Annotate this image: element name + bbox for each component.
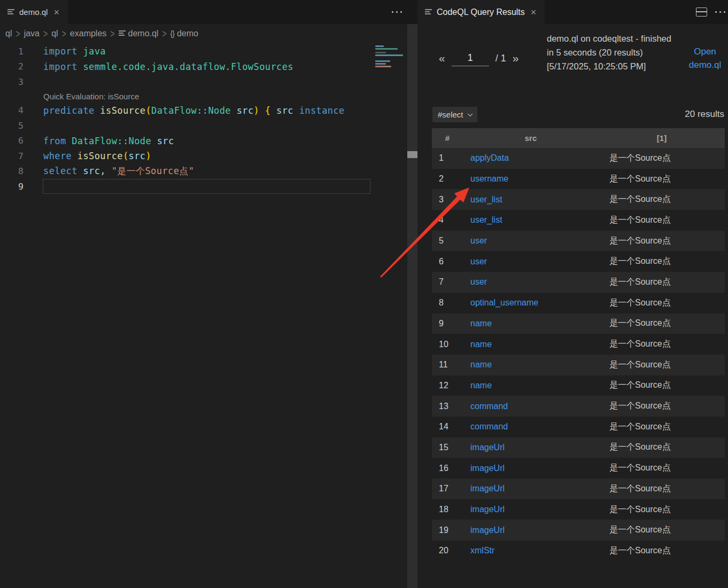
table-row[interactable]: 15imageUrl是一个Source点 — [432, 437, 725, 458]
editor-scrollbar[interactable] — [407, 24, 417, 588]
line-number: 8 — [0, 166, 24, 176]
code-token: instance — [299, 105, 345, 116]
code-line[interactable]: 1import java — [0, 44, 371, 59]
src-link[interactable]: user — [463, 277, 599, 287]
codelens-quick-evaluation[interactable]: Quick Evaluation: isSource — [0, 90, 371, 103]
code-text: where isSource(src) — [43, 151, 151, 161]
code-text: import semmle.code.java.dataflow.FlowSou… — [43, 61, 293, 72]
scrollbar-thumb[interactable] — [407, 151, 417, 158]
table-row[interactable]: 8optinal_username是一个Source点 — [432, 293, 725, 313]
code-token: predicate — [43, 105, 95, 116]
page-number-input[interactable] — [452, 50, 489, 66]
table-row[interactable]: 12name是一个Source点 — [432, 375, 725, 396]
split-editor-icon[interactable] — [696, 7, 707, 17]
code-token — [270, 105, 276, 116]
code-token: ) — [145, 151, 151, 161]
tab-label: CodeQL Query Results — [437, 7, 525, 17]
panel-more-actions-icon[interactable] — [715, 11, 725, 13]
table-row[interactable]: 4user_list是一个Source点 — [432, 210, 725, 231]
breadcrumb-item-ql[interactable]: ql — [5, 29, 12, 38]
src-link[interactable]: name — [463, 319, 599, 328]
table-row[interactable]: 16imageUrl是一个Source点 — [432, 458, 725, 479]
breadcrumb-item-demo.ql[interactable]: demo.ql — [119, 29, 159, 38]
table-row[interactable]: 10name是一个Source点 — [432, 334, 725, 355]
src-link[interactable]: name — [463, 381, 599, 390]
table-row[interactable]: 5user是一个Source点 — [432, 231, 725, 252]
src-link[interactable]: imageUrl — [463, 443, 599, 452]
src-link[interactable]: applyData — [463, 153, 599, 163]
src-link[interactable]: user_list — [463, 215, 599, 225]
code-token — [231, 105, 237, 116]
code-lines[interactable]: 1import java2import semmle.code.java.dat… — [0, 44, 371, 194]
src-link[interactable]: user — [463, 236, 599, 246]
breadcrumb-separator: > — [162, 27, 166, 39]
src-link[interactable]: user_list — [463, 195, 599, 205]
breadcrumb-item-java[interactable]: java — [24, 29, 40, 38]
code-line[interactable]: 2import semmle.code.java.dataflow.FlowSo… — [0, 59, 371, 75]
src-link[interactable]: imageUrl — [463, 526, 599, 535]
row-index: 8 — [432, 298, 463, 308]
result-message: 是一个Source点 — [599, 483, 725, 495]
src-link[interactable]: imageUrl — [463, 505, 599, 514]
src-link[interactable]: command — [463, 422, 599, 432]
src-link[interactable]: username — [463, 174, 599, 184]
open-demo-ql-link[interactable]: Open demo.ql — [683, 45, 727, 72]
select-dropdown[interactable]: #select — [432, 107, 477, 122]
editor-more-actions-icon[interactable] — [392, 11, 402, 13]
table-row[interactable]: 9name是一个Source点 — [432, 313, 725, 334]
src-link[interactable]: command — [463, 402, 599, 411]
select-dropdown-label: #select — [438, 110, 463, 119]
table-row[interactable]: 19imageUrl是一个Source点 — [432, 520, 725, 540]
breadcrumb-item-demo[interactable]: {}demo — [171, 29, 198, 38]
src-link[interactable]: imageUrl — [463, 464, 599, 473]
breadcrumb-separator: > — [62, 27, 66, 39]
row-index: 10 — [432, 340, 463, 349]
tab-codeql-query-results[interactable]: CodeQL Query Results × — [417, 0, 545, 24]
table-row[interactable]: 18imageUrl是一个Source点 — [432, 499, 725, 520]
table-row[interactable]: 1applyData是一个Source点 — [432, 148, 725, 169]
src-link[interactable]: user — [463, 257, 599, 266]
table-row[interactable]: 3user_list是一个Source点 — [432, 189, 725, 210]
table-row[interactable]: 14command是一个Source点 — [432, 417, 725, 437]
src-link[interactable]: optinal_username — [463, 298, 599, 308]
table-row[interactable]: 7user是一个Source点 — [432, 272, 725, 293]
src-link[interactable]: name — [463, 360, 599, 370]
code-line[interactable]: 4predicate isSource(DataFlow::Node src) … — [0, 103, 371, 119]
src-link[interactable]: xmlStr — [463, 546, 599, 555]
code-line[interactable]: 8select src, "是一个Source点" — [0, 164, 371, 179]
src-link[interactable]: imageUrl — [463, 484, 599, 493]
close-icon[interactable]: × — [52, 7, 60, 17]
code-token: src — [237, 105, 254, 116]
table-row[interactable]: 17imageUrl是一个Source点 — [432, 479, 725, 499]
close-icon[interactable]: × — [530, 7, 538, 17]
code-line[interactable]: 7where isSource(src) — [0, 148, 371, 164]
prev-page-button[interactable]: « — [439, 52, 445, 65]
code-token: src — [276, 105, 293, 116]
results-table: # src [1] 1applyData是一个Source点2username是… — [432, 128, 725, 561]
breadcrumb-item-examples[interactable]: examples — [70, 29, 106, 38]
line-number: 9 — [0, 182, 24, 192]
table-row[interactable]: 13command是一个Source点 — [432, 396, 725, 417]
tab-demo-ql[interactable]: demo.ql × — [0, 0, 68, 24]
minimap[interactable] — [373, 24, 406, 238]
next-page-button[interactable]: » — [513, 52, 519, 65]
table-row[interactable]: 2username是一个Source点 — [432, 169, 725, 190]
breadcrumb-label: java — [24, 29, 40, 38]
breadcrumb-separator: > — [43, 27, 48, 39]
breadcrumb-item-ql[interactable]: ql — [51, 29, 58, 38]
table-row[interactable]: 20xmlStr是一个Source点 — [432, 540, 725, 561]
row-index: 17 — [432, 484, 463, 493]
code-line[interactable]: 3 — [0, 74, 371, 90]
table-row[interactable]: 6user是一个Source点 — [432, 251, 725, 272]
code-text: select src, "是一个Source点" — [43, 165, 194, 177]
code-token — [151, 136, 157, 146]
tab-label: demo.ql — [19, 7, 48, 17]
code-line[interactable]: 6from DataFlow::Node src — [0, 134, 371, 149]
current-line-highlight — [43, 179, 370, 194]
table-row[interactable]: 11name是一个Source点 — [432, 355, 725, 375]
code-line[interactable]: 5 — [0, 118, 371, 134]
code-text: predicate isSource(DataFlow::Node src) {… — [43, 105, 345, 116]
src-link[interactable]: name — [463, 340, 599, 349]
code-text: import java — [43, 46, 106, 57]
result-message: 是一个Source点 — [599, 359, 725, 371]
